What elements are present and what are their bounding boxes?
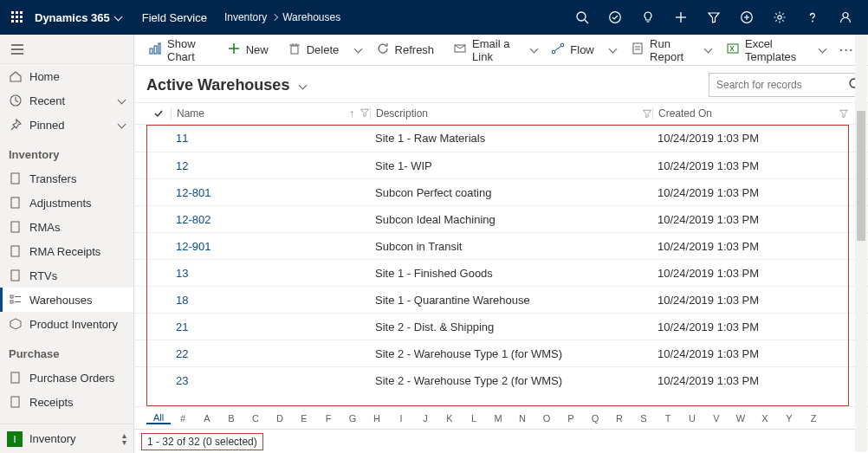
alpha-m[interactable]: M — [486, 413, 510, 424]
sidebar-item-adjustments[interactable]: Adjustments — [0, 191, 133, 215]
gear-icon[interactable] — [764, 0, 795, 35]
alpha-h[interactable]: H — [365, 413, 389, 424]
alpha-r[interactable]: R — [607, 413, 632, 424]
alpha-v[interactable]: V — [704, 413, 729, 424]
sidebar-item-transfers[interactable]: Transfers — [0, 166, 133, 191]
cmd-delete-split[interactable] — [349, 43, 365, 56]
cmd-new[interactable]: New — [218, 35, 277, 66]
alpha-t[interactable]: T — [656, 413, 680, 424]
cmd-flow[interactable]: Flow — [542, 35, 602, 66]
scrollbar-thumb[interactable] — [857, 111, 865, 241]
row-name-link[interactable]: 12-802 — [176, 213, 211, 226]
cmd-run-report[interactable]: Run Report — [622, 35, 698, 66]
page-scrollbar[interactable] — [855, 35, 867, 452]
alpha-k[interactable]: K — [437, 413, 462, 424]
alpha-s[interactable]: S — [632, 413, 656, 424]
table-row[interactable]: 18Site 1 - Quarantine Warehouse10/24/201… — [134, 286, 868, 313]
alpha-e[interactable]: E — [292, 413, 316, 424]
alpha-y[interactable]: Y — [777, 413, 801, 424]
lightbulb-icon[interactable] — [632, 0, 664, 35]
alpha-f[interactable]: F — [316, 413, 340, 424]
row-name-link[interactable]: 12 — [176, 159, 188, 172]
table-row[interactable]: 21Site 2 - Dist. & Shipping10/24/2019 1:… — [134, 313, 868, 340]
sidebar-item-rma-receipts[interactable]: RMA Receipts — [0, 239, 133, 263]
user-icon[interactable] — [830, 0, 861, 35]
sidebar-item-purchase-orders[interactable]: Purchase Orders — [0, 366, 133, 390]
table-row[interactable]: 12Site 1- WIP10/24/2019 1:03 PM — [134, 152, 868, 178]
row-name-link[interactable]: 12-801 — [176, 186, 211, 199]
app-launcher-icon[interactable] — [7, 10, 28, 24]
sidebar-item-recent[interactable]: Recent — [0, 88, 133, 113]
sidebar-item-product-inventory[interactable]: Product Inventory — [0, 312, 133, 336]
alpha-all[interactable]: All — [146, 412, 171, 424]
col-header-description[interactable]: Description — [370, 107, 652, 120]
alpha-c[interactable]: C — [243, 413, 268, 424]
filter-icon[interactable] — [642, 108, 652, 119]
alpha-l[interactable]: L — [462, 413, 486, 424]
row-name-link[interactable]: 23 — [176, 374, 188, 387]
col-header-created-on[interactable]: Created On — [652, 107, 849, 120]
search-icon[interactable] — [567, 0, 598, 35]
cmd-flow-split[interactable] — [605, 43, 620, 56]
table-row[interactable]: 11Site 1 - Raw Materials10/24/2019 1:03 … — [134, 125, 868, 152]
circle-plus-icon[interactable] — [731, 0, 762, 35]
alpha-p[interactable]: P — [559, 413, 583, 424]
alpha-j[interactable]: J — [413, 413, 437, 424]
alpha-i[interactable]: I — [389, 413, 413, 424]
cmd-email-split[interactable] — [525, 43, 541, 56]
view-selector[interactable]: Active Warehouses — [146, 76, 306, 94]
table-row[interactable]: 12-801Subcon Perfect coating10/24/2019 1… — [134, 178, 868, 205]
filter-icon[interactable] — [360, 107, 370, 120]
task-icon[interactable] — [599, 0, 631, 35]
alpha-a[interactable]: A — [195, 413, 219, 424]
cmd-show-chart[interactable]: Show Chart — [139, 35, 217, 66]
cmd-refresh[interactable]: Refresh — [367, 35, 444, 66]
sidebar-item-pinned[interactable]: Pinned — [0, 113, 133, 137]
alpha-q[interactable]: Q — [583, 413, 607, 424]
sidebar-area-switcher[interactable]: I Inventory ▴▾ — [0, 424, 133, 453]
breadcrumb-parent[interactable]: Inventory — [224, 11, 267, 23]
table-row[interactable]: 12-901Subcon in Transit10/24/2019 1:03 P… — [134, 232, 868, 259]
alpha-u[interactable]: U — [680, 413, 704, 424]
row-name-link[interactable]: 12-901 — [176, 240, 211, 253]
table-row[interactable]: 12-802Subcon Ideal Machining10/24/2019 1… — [134, 205, 868, 232]
alpha-#[interactable]: # — [171, 413, 195, 424]
sidebar-item-rtvs[interactable]: RTVs — [0, 263, 133, 288]
cmd-excel-split[interactable] — [813, 43, 829, 56]
table-row[interactable]: 23Site 2 - Warehouse Type 2 (for WMS)10/… — [134, 366, 868, 393]
row-name-link[interactable]: 21 — [176, 320, 188, 333]
alpha-x[interactable]: X — [753, 413, 777, 424]
filter-icon[interactable] — [698, 0, 729, 35]
row-name-link[interactable]: 22 — [176, 347, 188, 360]
alpha-b[interactable]: B — [219, 413, 243, 424]
search-box[interactable] — [709, 73, 856, 97]
hamburger-icon[interactable] — [0, 35, 133, 64]
alpha-z[interactable]: Z — [801, 413, 826, 424]
sidebar-item-receipts[interactable]: Receipts — [0, 390, 133, 414]
cmd-delete[interactable]: Delete — [279, 35, 348, 66]
cmd-excel[interactable]: Excel Templates — [717, 35, 812, 66]
row-name-link[interactable]: 13 — [176, 267, 188, 280]
cmd-report-split[interactable] — [700, 43, 716, 56]
sidebar-item-home[interactable]: Home — [0, 64, 133, 88]
alpha-g[interactable]: G — [340, 413, 365, 424]
row-name-link[interactable]: 11 — [176, 132, 188, 145]
col-header-name[interactable]: Name↑ — [171, 107, 370, 120]
brand-switcher[interactable]: Dynamics 365 — [35, 11, 121, 24]
alpha-n[interactable]: N — [510, 413, 534, 424]
row-name-link[interactable]: 18 — [176, 294, 188, 307]
help-icon[interactable] — [797, 0, 828, 35]
alpha-o[interactable]: O — [534, 413, 559, 424]
table-row[interactable]: 13Site 1 - Finished Goods10/24/2019 1:03… — [134, 259, 868, 286]
alpha-d[interactable]: D — [268, 413, 292, 424]
select-all-checkbox[interactable] — [146, 107, 171, 120]
alpha-w[interactable]: W — [729, 413, 753, 424]
sidebar-item-rmas[interactable]: RMAs — [0, 215, 133, 239]
cmd-email[interactable]: Email a Link — [444, 35, 523, 66]
filter-icon[interactable] — [839, 108, 849, 119]
search-input[interactable] — [715, 78, 848, 92]
sidebar-group-purchase: Purchase — [0, 341, 133, 366]
sidebar-item-warehouses[interactable]: Warehouses — [0, 288, 133, 312]
table-row[interactable]: 22Site 2 - Warehouse Type 1 (for WMS)10/… — [134, 340, 868, 366]
add-icon[interactable] — [665, 0, 696, 35]
